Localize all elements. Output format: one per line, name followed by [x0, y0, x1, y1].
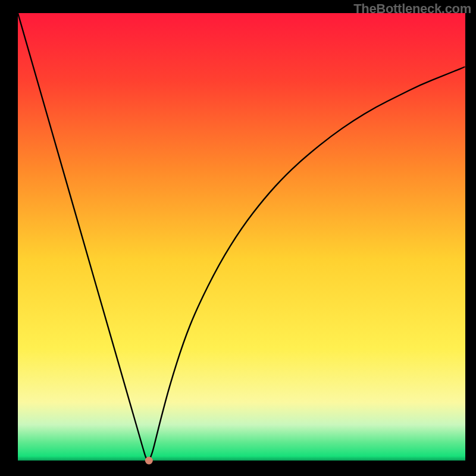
chart-svg: [0, 0, 476, 476]
chart-container: TheBottleneck.com: [0, 0, 476, 476]
plot-background: [18, 13, 465, 461]
highlight-point: [145, 457, 153, 465]
watermark-label: TheBottleneck.com: [353, 1, 471, 17]
